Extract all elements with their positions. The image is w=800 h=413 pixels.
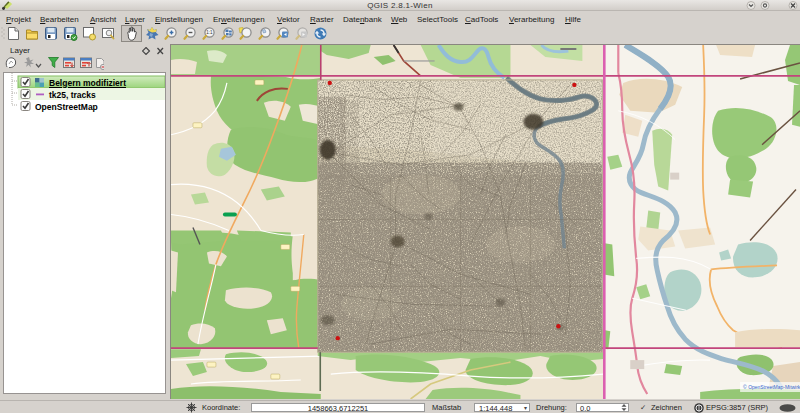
svg-text:1:1: 1:1	[206, 30, 213, 35]
svg-text:© OpenStreetMap-Mitwirkende: © OpenStreetMap-Mitwirkende	[743, 384, 800, 390]
